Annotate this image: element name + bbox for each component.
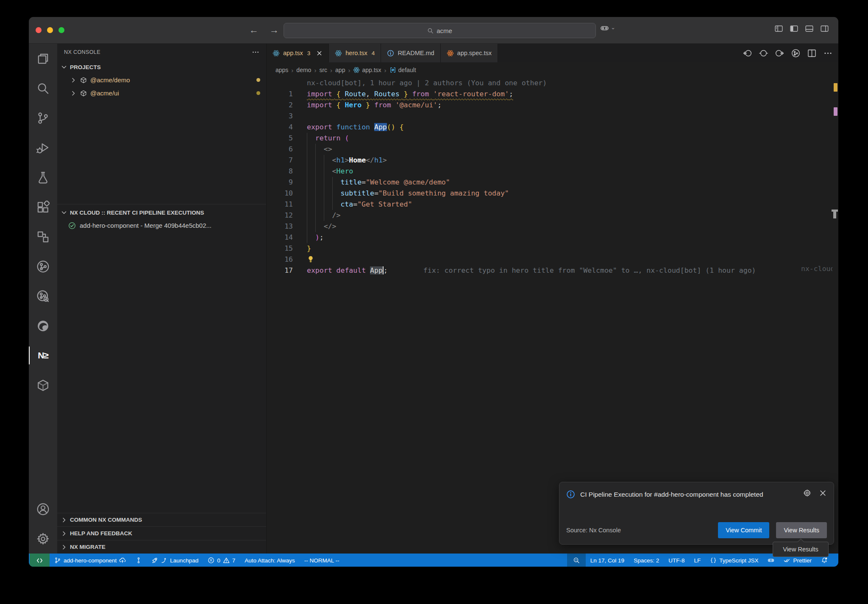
tab-app.spec.tsx[interactable]: app.spec.tsx — [441, 44, 498, 62]
edge-tools-icon[interactable] — [29, 311, 57, 341]
remote-indicator[interactable] — [30, 554, 50, 567]
search-icon[interactable] — [29, 73, 57, 103]
encoding[interactable]: UTF-8 — [664, 554, 689, 567]
notification-settings-gear-icon[interactable] — [803, 489, 811, 497]
cursor-position[interactable]: Ln 17, Col 19 — [586, 554, 629, 567]
code-token: from — [374, 101, 391, 109]
run-debug-icon[interactable] — [29, 133, 57, 162]
code-line[interactable]: 1import { Route, Routes } from 'react-ro… — [267, 89, 838, 100]
section-nx-migrate[interactable]: NX MIGRATE — [57, 540, 266, 554]
tab-hero.tsx[interactable]: hero.tsx4 — [329, 44, 381, 62]
more-actions-icon[interactable] — [252, 48, 259, 56]
gitlens-back-icon[interactable] — [743, 49, 752, 58]
lightbulb-icon[interactable] — [307, 255, 314, 263]
pipeline-execution-item[interactable]: add-hero-component - Merge 409b44e5cb02.… — [57, 219, 266, 232]
code-line[interactable]: 11 cta="Get Started" — [267, 199, 838, 210]
section-help-and-feedback[interactable]: HELP AND FEEDBACK — [57, 526, 266, 540]
auto-attach[interactable]: Auto Attach: Always — [240, 554, 300, 567]
code-token: = — [362, 178, 366, 186]
indentation[interactable]: Spaces: 2 — [629, 554, 664, 567]
status-text: add-hero-component — [64, 557, 117, 564]
code-line[interactable]: 3 — [267, 111, 838, 122]
gitlens-inspect-icon[interactable] — [29, 281, 57, 311]
close-window-button[interactable] — [36, 27, 42, 33]
forward-icon[interactable]: → — [270, 25, 279, 36]
gitlens-current-icon[interactable] — [759, 49, 768, 58]
gitlens-icon[interactable] — [29, 252, 57, 281]
line-content: <h1>Home</h1> — [307, 155, 838, 166]
gitlens-forward-icon[interactable] — [775, 49, 784, 58]
pipeline-indicator[interactable] — [131, 554, 147, 567]
language-mode[interactable]: TypeScript JSX — [705, 554, 763, 567]
code-line[interactable]: 14 ); — [267, 232, 838, 243]
gitlens-launchpad[interactable]: Launchpad — [147, 554, 203, 567]
code-line[interactable]: nx-cloud[bot], 1 hour ago | 2 authors (Y… — [267, 78, 838, 89]
code-line[interactable]: 13 </> — [267, 221, 838, 232]
chevron-down-icon — [61, 64, 67, 70]
section-common-nx-commands[interactable]: COMMON NX COMMANDS — [57, 513, 266, 526]
nx-console-icon[interactable]: N≥ — [29, 341, 57, 370]
explorer-icon[interactable] — [29, 44, 57, 73]
section-nx-cloud[interactable]: NX CLOUD :: RECENT CI PIPELINE EXECUTION… — [57, 206, 266, 219]
eol-indicator[interactable]: LF — [689, 554, 705, 567]
code-token — [324, 155, 332, 166]
extensions-icon[interactable] — [29, 192, 57, 222]
code-line[interactable]: 12 /> — [267, 210, 838, 221]
accounts-icon[interactable] — [29, 494, 57, 524]
sym-default-icon — [389, 67, 396, 73]
project-item-acme-demo[interactable]: @acme/demo — [57, 73, 266, 87]
split-editor-icon[interactable] — [807, 49, 816, 58]
zoom-indicator[interactable] — [567, 554, 586, 567]
more-actions-icon[interactable] — [823, 49, 832, 58]
view-commit-button[interactable]: View Commit — [718, 522, 769, 538]
containers-icon[interactable] — [29, 370, 57, 400]
code-token: = — [353, 200, 357, 208]
zoom-window-button[interactable] — [58, 27, 64, 33]
code-line[interactable]: 5 return ( — [267, 133, 838, 144]
breadcrumb-item-src[interactable]: src — [319, 67, 327, 73]
source-control-icon[interactable] — [29, 103, 57, 133]
toggle-primary-sidebar-icon[interactable] — [790, 25, 798, 33]
customize-layout-icon[interactable] — [774, 25, 783, 33]
code-line[interactable]: 17export default App;fix: correct typo i… — [267, 265, 838, 276]
code-line[interactable]: 6 <> — [267, 144, 838, 155]
close-tab-icon[interactable] — [316, 50, 323, 56]
line-number: 9 — [267, 177, 293, 188]
code-line[interactable]: 15} — [267, 243, 838, 254]
command-center-search[interactable]: acme — [284, 23, 596, 38]
testing-icon[interactable] — [29, 162, 57, 192]
breadcrumb-item-app.tsx[interactable]: app.tsx — [353, 67, 381, 73]
code-line[interactable]: 8 <Hero — [267, 166, 838, 177]
code-line[interactable]: 9 title="Welcome @acme/demo" — [267, 177, 838, 188]
code-token: h1 — [374, 156, 383, 164]
git-branch-indicator[interactable]: add-hero-component — [50, 554, 131, 567]
vim-mode[interactable]: -- NORMAL -- — [300, 554, 344, 567]
code-token — [307, 188, 315, 199]
problems-indicator[interactable]: 07 — [203, 554, 240, 567]
remote-targets-icon[interactable] — [29, 222, 57, 252]
code-line[interactable]: 2import { Hero } from '@acme/ui'; — [267, 100, 838, 111]
view-results-button[interactable]: View Results — [776, 522, 827, 538]
minimize-window-button[interactable] — [47, 27, 53, 33]
code-line[interactable]: 10 subtitle="Build something amazing tod… — [267, 188, 838, 199]
settings-gear-icon[interactable] — [29, 524, 57, 554]
back-icon[interactable]: ← — [249, 25, 259, 36]
profile-menu[interactable]: ⌄ — [600, 24, 615, 33]
code-line[interactable]: 4export function App() { — [267, 122, 838, 133]
code-line[interactable]: 7 <h1>Home</h1> — [267, 155, 838, 166]
code-line[interactable]: 16 — [267, 254, 838, 265]
breadcrumb-item-default[interactable]: default — [389, 67, 416, 73]
tab-label: README.md — [398, 50, 434, 56]
tab-README.md[interactable]: README.md — [381, 44, 440, 62]
breadcrumb-item-apps[interactable]: apps — [275, 67, 288, 73]
info-icon — [387, 50, 394, 57]
project-item-acme-ui[interactable]: @acme/ui — [57, 87, 266, 100]
section-projects[interactable]: PROJECTS — [57, 61, 266, 73]
toggle-panel-icon[interactable] — [805, 25, 814, 33]
commit-graph-icon[interactable] — [791, 49, 800, 58]
breadcrumb-item-demo[interactable]: demo — [296, 67, 311, 73]
close-icon[interactable] — [819, 489, 827, 497]
breadcrumb-item-app[interactable]: app — [335, 67, 345, 73]
tab-app.tsx[interactable]: app.tsx3 — [267, 44, 329, 62]
toggle-secondary-sidebar-icon[interactable] — [820, 25, 829, 33]
